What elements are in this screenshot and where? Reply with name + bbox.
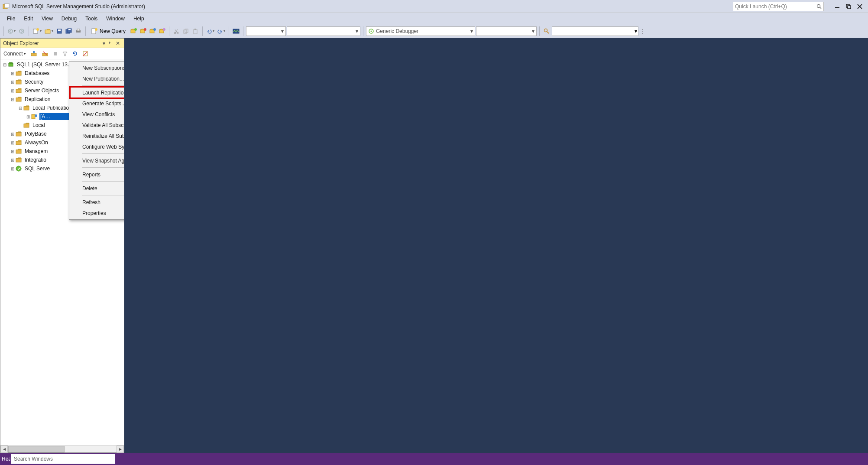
app-icon — [3, 3, 10, 10]
connect-server-icon[interactable] — [29, 49, 39, 58]
svg-rect-24 — [131, 30, 135, 33]
script-icon[interactable] — [81, 49, 90, 58]
minimize-button[interactable] — [832, 2, 843, 11]
find-button[interactable] — [542, 26, 551, 36]
cm-configure-web-sync[interactable]: Configure Web Synchronization... — [70, 141, 124, 152]
new-project-button[interactable]: ▾ — [32, 26, 42, 36]
cm-validate-all-subscriptions[interactable]: Validate All Subscriptions — [70, 120, 124, 130]
folder-icon — [23, 122, 30, 129]
publication-icon — [31, 113, 38, 120]
pin-icon[interactable] — [107, 41, 114, 46]
folder-icon — [15, 78, 22, 85]
cm-generate-scripts[interactable]: Generate Scripts... — [70, 98, 124, 109]
stop-icon[interactable] — [52, 49, 59, 58]
object-explorer-toolbar: Connect▾ — [0, 48, 124, 59]
dropdown-icon[interactable]: ▾ — [100, 40, 107, 46]
nav-fwd-button[interactable] — [17, 26, 26, 36]
agent-icon — [15, 165, 22, 172]
debugger-label: Generic Debugger — [376, 28, 418, 34]
scroll-left-icon[interactable]: ◂ — [0, 445, 8, 453]
cm-properties[interactable]: Properties — [70, 208, 124, 218]
new-query-button[interactable]: New Query — [88, 26, 128, 36]
folder-icon — [15, 148, 22, 155]
undo-button[interactable]: ▾ — [205, 26, 215, 36]
cm-new-subscriptions[interactable]: New Subscriptions... — [70, 62, 124, 73]
print-button[interactable] — [74, 26, 83, 36]
disconnect-server-icon[interactable] — [40, 49, 50, 58]
scroll-thumb[interactable] — [8, 446, 65, 452]
paste-button[interactable] — [191, 26, 200, 36]
svg-rect-20 — [77, 29, 80, 31]
cm-launch-replication-monitor[interactable]: Launch Replication Monitor — [70, 87, 124, 98]
quick-launch-input[interactable] — [733, 2, 824, 11]
db-query-button-3[interactable] — [148, 26, 157, 36]
database-combo[interactable]: ▾ — [246, 26, 286, 36]
svg-rect-6 — [848, 6, 851, 9]
menu-debug[interactable]: Debug — [57, 14, 81, 23]
folder-icon — [15, 156, 22, 163]
svg-point-63 — [35, 114, 37, 117]
menu-edit[interactable]: Edit — [19, 14, 37, 23]
svg-rect-27 — [140, 30, 145, 33]
activity-monitor-button[interactable] — [232, 26, 240, 36]
object-explorer-panel: Object Explorer ▾ ✕ Connect▾ ⊟ SQL1 (SQL… — [0, 38, 124, 453]
svg-point-9 — [8, 29, 13, 33]
refresh-icon[interactable] — [71, 49, 79, 58]
app-title: Microsoft SQL Server Management Studio (… — [12, 3, 145, 10]
svg-rect-66 — [16, 141, 21, 145]
connect-button[interactable]: Connect▾ — [2, 49, 27, 58]
object-explorer-tree[interactable]: ⊟ SQL1 (SQL Server 13.0.1601.5 - CONTO ⊞… — [0, 59, 124, 445]
svg-point-12 — [36, 28, 39, 31]
svg-point-10 — [19, 29, 24, 33]
folder-icon — [15, 139, 22, 146]
save-button[interactable] — [55, 26, 64, 36]
menu-view[interactable]: View — [37, 14, 57, 23]
redo-button[interactable]: ▾ — [216, 26, 226, 36]
new-query-label: New Query — [100, 28, 126, 34]
svg-point-25 — [134, 28, 137, 31]
cm-view-conflicts[interactable]: View Conflicts — [70, 109, 124, 120]
cm-new-publication[interactable]: New Publication... — [70, 73, 124, 84]
toolbar-search-input[interactable]: ▾ — [552, 26, 638, 36]
folder-icon — [23, 104, 30, 111]
filter-icon[interactable] — [61, 49, 69, 58]
save-all-button[interactable] — [65, 26, 73, 36]
cm-reports[interactable]: Reports▶ — [70, 169, 124, 180]
svg-rect-15 — [58, 29, 61, 31]
svg-rect-42 — [194, 29, 196, 30]
search-windows-input[interactable]: Search Windows — [11, 454, 115, 464]
copy-button[interactable] — [181, 26, 190, 36]
cut-button[interactable] — [172, 26, 181, 36]
db-query-button-1[interactable] — [129, 26, 138, 36]
close-button[interactable] — [854, 2, 865, 11]
cm-refresh[interactable]: Refresh — [70, 197, 124, 208]
db-query-button-4[interactable] — [158, 26, 166, 36]
menu-window[interactable]: Window — [102, 14, 129, 23]
document-area — [124, 38, 868, 453]
cm-view-snapshot-agent[interactable]: View Snapshot Agent Status — [70, 155, 124, 166]
menu-tools[interactable]: Tools — [81, 14, 102, 23]
thread-combo[interactable]: ▾ — [476, 26, 537, 36]
menu-help[interactable]: Help — [129, 14, 149, 23]
svg-point-45 — [371, 30, 372, 32]
execute-combo[interactable]: ▾ — [287, 26, 360, 36]
svg-point-69 — [16, 166, 21, 171]
svg-rect-13 — [45, 30, 50, 33]
svg-rect-52 — [54, 52, 57, 55]
cm-reinitialize-all-subscriptions[interactable]: Reinitialize All Subscriptions — [70, 130, 124, 141]
open-button[interactable]: ▾ — [43, 26, 54, 36]
toolbar-overflow[interactable]: ⋮ — [640, 28, 644, 34]
svg-rect-48 — [31, 53, 36, 56]
svg-rect-62 — [32, 114, 35, 119]
search-icon — [816, 4, 822, 9]
cm-delete[interactable]: Delete — [70, 183, 124, 194]
menu-file[interactable]: File — [3, 14, 19, 23]
db-query-button-2[interactable] — [139, 26, 147, 36]
maximize-button[interactable] — [843, 2, 854, 11]
debugger-combo[interactable]: Generic Debugger ▾ — [366, 26, 475, 36]
scroll-right-icon[interactable]: ▸ — [117, 445, 124, 453]
horizontal-scrollbar[interactable]: ◂ ▸ — [0, 445, 124, 452]
nav-back-button[interactable]: ▾ — [6, 26, 16, 36]
close-panel-icon[interactable]: ✕ — [114, 40, 121, 46]
quick-launch-field[interactable] — [735, 3, 816, 10]
